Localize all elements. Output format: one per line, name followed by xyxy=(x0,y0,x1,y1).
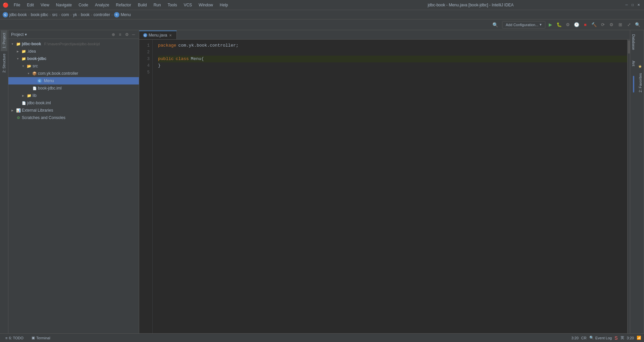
menu-run[interactable]: Run xyxy=(151,2,164,8)
breadcrumb-jdbc-book[interactable]: jdbc-book xyxy=(9,12,27,17)
project-tree: 📁 jdbc-book F:\mavenProject\java\jdbc-bo… xyxy=(8,39,139,333)
tree-label-scratches: Scratches and Consoles xyxy=(22,115,65,120)
iml-icon: 📄 xyxy=(32,86,37,91)
folder-icon: 📁 xyxy=(16,41,21,47)
folder-icon-lib: 📁 xyxy=(26,93,32,98)
add-configuration-button[interactable]: Add Configuration... ▾ xyxy=(502,21,545,28)
tree-item-book-jdbc[interactable]: 📁 book-jdbc xyxy=(8,55,139,62)
package-icon: 📦 xyxy=(32,71,37,76)
line-num-4: 4 xyxy=(147,62,150,69)
right-scroll-indicator xyxy=(633,76,634,93)
menu-tools[interactable]: Tools xyxy=(165,2,180,8)
gear-icon[interactable]: ⚙ xyxy=(124,32,129,37)
favorites-bar: ★ 2: Favorites xyxy=(637,30,644,333)
code-line-1: package com.yk.book.controller; xyxy=(158,42,627,49)
menu-build[interactable]: Build xyxy=(135,2,150,8)
tree-arrow-jdbc-book xyxy=(10,41,15,47)
menu-analyze[interactable]: Analyze xyxy=(92,2,112,8)
sidebar-tab-project[interactable]: 1: Project xyxy=(1,30,7,51)
bottom-tab-todo[interactable]: ≡ 6: TODO xyxy=(3,335,26,341)
tree-arrow-menu xyxy=(31,78,37,83)
tree-item-jdbc-book-iml[interactable]: 📄 jdbc-book.iml xyxy=(8,99,139,107)
tab-class-icon: C xyxy=(143,33,147,37)
close-button[interactable]: ✕ xyxy=(636,3,641,7)
menu-view[interactable]: View xyxy=(38,2,52,8)
tree-arrow-jdbc-book-iml xyxy=(15,100,20,106)
sidebar-tab-favorites[interactable]: 2: Favorites xyxy=(637,70,644,95)
line-num-2: 2 xyxy=(147,49,150,56)
tree-item-menu-class[interactable]: C Menu xyxy=(8,77,139,84)
sidebar-tab-ant[interactable]: Ant xyxy=(630,58,637,69)
code-line-4: } xyxy=(158,62,627,69)
settings-button[interactable]: ⚙ xyxy=(608,21,615,28)
menu-navigate[interactable]: Navigate xyxy=(53,2,74,8)
code-editor[interactable]: 1 2 3 4 5 package com.yk.book.controller… xyxy=(139,40,630,333)
tree-label-src: src xyxy=(33,64,38,68)
breadcrumb-controller[interactable]: controller xyxy=(94,12,110,17)
sidebar-tab-structure[interactable]: 2: Structure xyxy=(1,51,7,75)
menu-bar: File Edit View Navigate Code Analyze Ref… xyxy=(11,2,318,8)
tree-item-lib[interactable]: 📁 lib xyxy=(8,92,139,99)
bottom-tab-terminal[interactable]: ▣ Terminal xyxy=(29,335,53,341)
close-panel-icon[interactable]: ─ xyxy=(131,32,136,37)
tree-item-scratches[interactable]: ⚙ Scratches and Consoles xyxy=(8,114,139,121)
breadcrumb-book[interactable]: book xyxy=(81,12,90,17)
src-folder-icon: 📂 xyxy=(26,63,32,69)
open-brace: { xyxy=(201,56,204,62)
maximize-button[interactable]: □ xyxy=(630,3,635,7)
add-config-arrow: ▾ xyxy=(540,22,542,27)
menu-file[interactable]: File xyxy=(11,2,23,8)
terminal-label: Terminal xyxy=(36,336,50,340)
tree-label-book-jdbc-iml: book-jdbc.iml xyxy=(38,86,62,91)
menu-window[interactable]: Window xyxy=(196,2,216,8)
expand-button[interactable]: ⤢ xyxy=(625,21,633,28)
tree-item-src[interactable]: 📂 src xyxy=(8,62,139,70)
menu-refactor[interactable]: Refactor xyxy=(113,2,134,8)
menu-code[interactable]: Code xyxy=(76,2,91,8)
tree-item-external-libs[interactable]: 📊 External Libraries xyxy=(8,107,139,114)
locate-icon[interactable]: ⊕ xyxy=(111,32,116,37)
tree-item-package[interactable]: 📦 com.yk.book.controller xyxy=(8,70,139,77)
menu-help[interactable]: Help xyxy=(217,2,231,8)
coverage-button[interactable]: ⚙ xyxy=(564,21,572,28)
menu-edit[interactable]: Edit xyxy=(24,2,37,8)
tree-label-package: com.yk.book.controller xyxy=(38,71,78,76)
right-sidebar: Database Ant xyxy=(630,30,637,333)
event-log[interactable]: 🔍 Event Log xyxy=(589,336,612,340)
toolbar: 🔍 Add Configuration... ▾ ▶ 🐛 ⚙ 🕐 ■ 🔨 ⟳ ⚙… xyxy=(0,19,644,30)
search-icon[interactable]: 🔍 xyxy=(634,21,641,28)
menu-vcs[interactable]: VCS xyxy=(181,2,195,8)
sidebar-tab-database[interactable]: Database xyxy=(630,32,637,53)
run-button[interactable]: ▶ xyxy=(547,21,554,28)
sonar-icon: S xyxy=(614,335,618,341)
breadcrumb-menu[interactable]: Menu xyxy=(121,12,131,17)
line-num-1: 1 xyxy=(147,42,150,49)
stop-button[interactable]: ■ xyxy=(582,21,589,28)
editor-tab-menu-java[interactable]: C Menu.java ✕ xyxy=(139,31,177,39)
profile-button[interactable]: 🕐 xyxy=(573,21,580,28)
line-num-3: 3 xyxy=(147,56,150,62)
breadcrumb-yk[interactable]: yk xyxy=(73,12,77,17)
code-content[interactable]: package com.yk.book.controller; public c… xyxy=(153,40,627,333)
todo-icon: ≡ xyxy=(5,336,7,340)
layout-button[interactable]: ⊞ xyxy=(616,21,624,28)
debug-button[interactable]: 🐛 xyxy=(555,21,563,28)
sync-button[interactable]: ⟳ xyxy=(599,21,606,28)
breadcrumb-book-jdbc[interactable]: book-jdbc xyxy=(31,12,48,17)
minimize-button[interactable]: ─ xyxy=(624,3,629,7)
tree-item-idea[interactable]: 📁 .idea xyxy=(8,48,139,55)
expand-all-icon[interactable]: ≡ xyxy=(117,32,123,37)
tree-label-book-jdbc: book-jdbc xyxy=(27,56,46,61)
breadcrumb-src[interactable]: src xyxy=(52,12,57,17)
build-button[interactable]: 🔨 xyxy=(590,21,598,28)
window-controls: ─ □ ✕ xyxy=(624,3,641,7)
tab-close-menu-java[interactable]: ✕ xyxy=(168,33,172,37)
tree-item-jdbc-book[interactable]: 📁 jdbc-book F:\mavenProject\java\jdbc-bo… xyxy=(8,40,139,48)
nav-bar: C jdbc-book › book-jdbc › src › com › yk… xyxy=(0,10,644,19)
breadcrumb-com[interactable]: com xyxy=(61,12,69,17)
search-everywhere-icon[interactable]: 🔍 xyxy=(492,22,498,27)
editor-scrollbar[interactable] xyxy=(627,40,630,333)
window-title: jdbc-book - Menu.java [book-jdbc] - Inte… xyxy=(318,3,624,7)
tree-arrow-package xyxy=(26,71,31,76)
tree-item-book-jdbc-iml[interactable]: 📄 book-jdbc.iml xyxy=(8,84,139,92)
